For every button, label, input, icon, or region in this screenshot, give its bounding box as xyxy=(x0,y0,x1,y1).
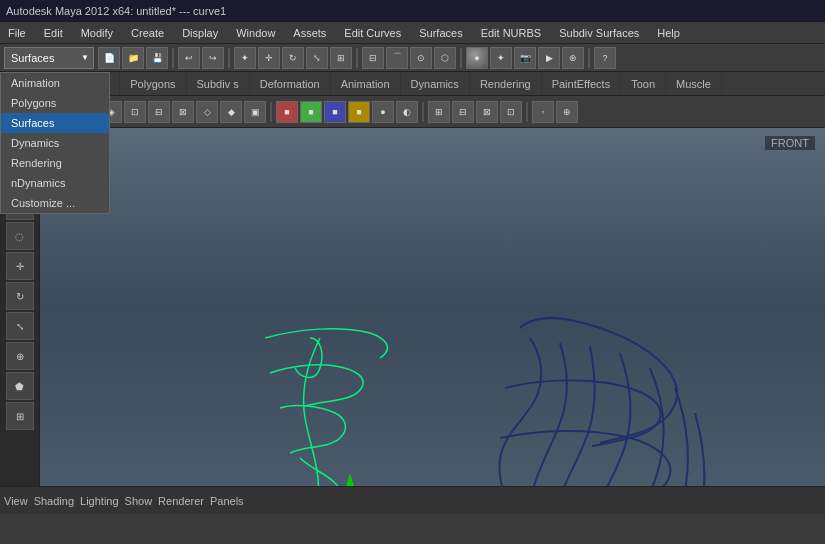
soft-mod-tool[interactable]: ⬟ xyxy=(6,372,34,400)
view-menu-show[interactable]: Show xyxy=(125,495,153,507)
move-tool[interactable]: ✛ xyxy=(6,252,34,280)
tb2-icon6[interactable]: ⊡ xyxy=(124,101,146,123)
tb2-icon11[interactable]: ▣ xyxy=(244,101,266,123)
redo-icon[interactable]: ↪ xyxy=(202,47,224,69)
tb2-icon10[interactable]: ◆ xyxy=(220,101,242,123)
tab-toon[interactable]: Toon xyxy=(621,72,666,96)
universal-tool[interactable]: ⊕ xyxy=(6,342,34,370)
lasso-tool[interactable]: ◌ xyxy=(6,222,34,250)
tab-subdiv-s[interactable]: Subdiv s xyxy=(187,72,250,96)
tb2-icon9[interactable]: ◇ xyxy=(196,101,218,123)
menu-modify[interactable]: Modify xyxy=(77,25,117,41)
dropdown-item-rendering[interactable]: Rendering xyxy=(1,153,109,173)
tb2-icon22[interactable]: ◦ xyxy=(532,101,554,123)
tb2-sep1 xyxy=(270,102,272,122)
rotate-icon[interactable]: ↻ xyxy=(282,47,304,69)
tab-bar: CurvesSurfacesPolygonsSubdiv sDeformatio… xyxy=(0,72,825,96)
tab-muscle[interactable]: Muscle xyxy=(666,72,722,96)
sphere-icon[interactable]: ● xyxy=(466,47,488,69)
tb2-icon21[interactable]: ⊡ xyxy=(500,101,522,123)
select-icon[interactable]: ✦ xyxy=(234,47,256,69)
view-toolbar: ViewShadingLightingShowRendererPanels xyxy=(0,486,825,514)
view-menu-shading[interactable]: Shading xyxy=(34,495,74,507)
menu-edit-nurbs[interactable]: Edit NURBS xyxy=(477,25,546,41)
tb2-sep3 xyxy=(526,102,528,122)
menu-file[interactable]: File xyxy=(4,25,30,41)
dropdown-item-ndynamics[interactable]: nDynamics xyxy=(1,173,109,193)
view-menu-view[interactable]: View xyxy=(4,495,28,507)
help-icon[interactable]: ? xyxy=(594,47,616,69)
scale-icon[interactable]: ⤡ xyxy=(306,47,328,69)
tab-dynamics[interactable]: Dynamics xyxy=(401,72,470,96)
title-bar: Autodesk Maya 2012 x64: untitled* --- cu… xyxy=(0,0,825,22)
tab-deformation[interactable]: Deformation xyxy=(250,72,331,96)
view-menu-renderer[interactable]: Renderer xyxy=(158,495,204,507)
viewport-view-label: FRONT xyxy=(765,136,815,150)
snap-grid-icon[interactable]: ⊟ xyxy=(362,47,384,69)
grid xyxy=(40,128,825,486)
tb2-icon13[interactable]: ■ xyxy=(300,101,322,123)
menu-window[interactable]: Window xyxy=(232,25,279,41)
menu-bar: FileEditModifyCreateDisplayWindowAssetsE… xyxy=(0,22,825,44)
menu-display[interactable]: Display xyxy=(178,25,222,41)
tb2-icon20[interactable]: ⊠ xyxy=(476,101,498,123)
tb2-icon16[interactable]: ● xyxy=(372,101,394,123)
lattice-tool[interactable]: ⊞ xyxy=(6,402,34,430)
snap-point-icon[interactable]: ⊙ xyxy=(410,47,432,69)
tb2-icon7[interactable]: ⊟ xyxy=(148,101,170,123)
tb2-icon19[interactable]: ⊟ xyxy=(452,101,474,123)
chevron-down-icon: ▼ xyxy=(81,53,89,62)
separator3 xyxy=(356,48,358,68)
open-icon[interactable]: 📁 xyxy=(122,47,144,69)
menu-assets[interactable]: Assets xyxy=(289,25,330,41)
module-current: Surfaces xyxy=(11,52,54,64)
dropdown-item-dynamics[interactable]: Dynamics xyxy=(1,133,109,153)
tb2-icon15[interactable]: ■ xyxy=(348,101,370,123)
tab-rendering[interactable]: Rendering xyxy=(470,72,542,96)
dropdown-item-polygons[interactable]: Polygons xyxy=(1,93,109,113)
menu-edit[interactable]: Edit xyxy=(40,25,67,41)
tb2-sep2 xyxy=(422,102,424,122)
tb2-icon17[interactable]: ◐ xyxy=(396,101,418,123)
menu-edit-curves[interactable]: Edit Curves xyxy=(340,25,405,41)
svg-marker-16 xyxy=(346,473,354,486)
dropdown-item-animation[interactable]: Animation xyxy=(1,73,109,93)
viewport[interactable]: FRONT xyxy=(40,128,825,486)
tab-polygons[interactable]: Polygons xyxy=(120,72,186,96)
rotate-tool[interactable]: ↻ xyxy=(6,282,34,310)
tb2-icon18[interactable]: ⊞ xyxy=(428,101,450,123)
light-icon[interactable]: ✦ xyxy=(490,47,512,69)
menu-help[interactable]: Help xyxy=(653,25,684,41)
camera-icon[interactable]: 📷 xyxy=(514,47,536,69)
tb2-icon23[interactable]: ⊕ xyxy=(556,101,578,123)
undo-icon[interactable]: ↩ xyxy=(178,47,200,69)
dropdown-item-surfaces[interactable]: Surfaces xyxy=(1,113,109,133)
render-icon[interactable]: ▶ xyxy=(538,47,560,69)
save-icon[interactable]: 💾 xyxy=(146,47,168,69)
module-dropdown[interactable]: Surfaces ▼ xyxy=(4,47,94,69)
move-icon[interactable]: ✛ xyxy=(258,47,280,69)
separator1 xyxy=(172,48,174,68)
tb2-icon8[interactable]: ⊠ xyxy=(172,101,194,123)
dropdown-item-customize-[interactable]: Customize ... xyxy=(1,193,109,213)
scale-tool[interactable]: ⤡ xyxy=(6,312,34,340)
view-menu-panels[interactable]: Panels xyxy=(210,495,244,507)
separator2 xyxy=(228,48,230,68)
title-text: Autodesk Maya 2012 x64: untitled* --- cu… xyxy=(6,5,226,17)
show-manip-icon[interactable]: ⊞ xyxy=(330,47,352,69)
ipr-icon[interactable]: ⊛ xyxy=(562,47,584,69)
snap-surface-icon[interactable]: ⬡ xyxy=(434,47,456,69)
menu-surfaces[interactable]: Surfaces xyxy=(415,25,466,41)
new-icon[interactable]: 📄 xyxy=(98,47,120,69)
view-menu-lighting[interactable]: Lighting xyxy=(80,495,119,507)
separator4 xyxy=(460,48,462,68)
menu-subdiv-surfaces[interactable]: Subdiv Surfaces xyxy=(555,25,643,41)
tb2-icon14[interactable]: ■ xyxy=(324,101,346,123)
toolbar2: ⊕ ◎ ⊞ ⬛ ◈ ⊡ ⊟ ⊠ ◇ ◆ ▣ ■ ■ ■ ■ ● ◐ ⊞ ⊟ ⊠ … xyxy=(0,96,825,128)
dropdown-menu: AnimationPolygonsSurfacesDynamicsRenderi… xyxy=(0,72,110,214)
tab-animation[interactable]: Animation xyxy=(331,72,401,96)
menu-create[interactable]: Create xyxy=(127,25,168,41)
tb2-icon12[interactable]: ■ xyxy=(276,101,298,123)
tab-painteffects[interactable]: PaintEffects xyxy=(542,72,622,96)
snap-curve-icon[interactable]: ⌒ xyxy=(386,47,408,69)
